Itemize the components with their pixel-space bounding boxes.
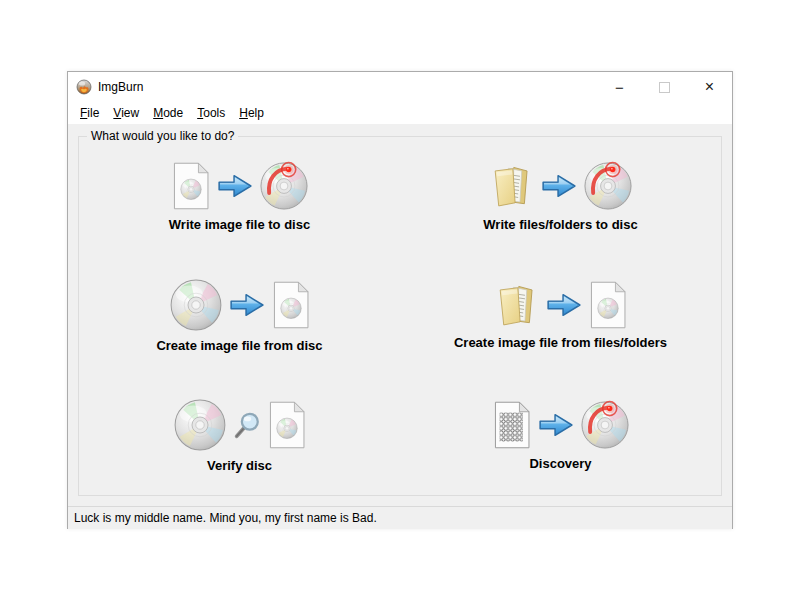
image-file-icon — [588, 281, 628, 329]
option-write-files-folders-to-disc[interactable]: Write files/folders to disc — [400, 137, 721, 256]
menu-bar: File View Mode Tools Help — [68, 102, 732, 124]
option-discovery[interactable]: Discovery — [400, 376, 721, 495]
menu-item-help[interactable]: Help — [232, 104, 271, 123]
disc-icon — [173, 398, 227, 452]
ezmode-groupbox: What would you like to do? Write image f… — [78, 136, 722, 496]
minimize-button[interactable]: − — [597, 72, 642, 102]
magnifier-icon — [232, 410, 262, 440]
close-button[interactable]: × — [687, 72, 732, 102]
image-file-icon — [171, 162, 211, 210]
menu-item-mode[interactable]: Mode — [146, 104, 190, 123]
image-file-icon — [271, 281, 311, 329]
option-label: Discovery — [529, 456, 591, 471]
status-text: Luck is my middle name. Mind you, my fir… — [74, 511, 377, 525]
arrow-right-icon — [540, 172, 578, 200]
menu-item-file[interactable]: File — [73, 104, 106, 123]
groupbox-label: What would you like to do? — [87, 129, 238, 143]
title-bar: ImgBurn − × — [68, 72, 732, 102]
maximize-icon — [659, 82, 670, 93]
status-bar: Luck is my middle name. Mind you, my fir… — [68, 506, 732, 529]
arrow-right-icon — [216, 172, 254, 200]
option-create-image-file-from-disc[interactable]: Create image file from disc — [79, 256, 400, 375]
folder-icon — [489, 163, 535, 209]
option-label: Write files/folders to disc — [483, 217, 637, 232]
option-label: Create image file from disc — [156, 338, 322, 353]
option-label: Verify disc — [207, 458, 272, 473]
disc-icon — [169, 278, 223, 332]
arrow-right-icon — [545, 291, 583, 319]
window-title: ImgBurn — [98, 80, 597, 94]
option-label: Create image file from files/folders — [454, 335, 667, 350]
option-create-image-file-from-files-folders[interactable]: Create image file from files/folders — [400, 256, 721, 375]
arrow-right-icon — [537, 411, 575, 439]
option-write-image-file-to-disc[interactable]: Write image file to disc — [79, 137, 400, 256]
menu-item-tools[interactable]: Tools — [190, 104, 232, 123]
ezmode-grid: Write image file to disc Write files/fol… — [79, 137, 721, 495]
client-area: What would you like to do? Write image f… — [68, 124, 732, 506]
maximize-button — [642, 72, 687, 102]
data-file-icon — [492, 401, 532, 449]
imgburn-window: ImgBurn − × File View Mode Tools Help Wh… — [67, 71, 733, 529]
arrow-right-icon — [228, 291, 266, 319]
burn-disc-icon — [259, 161, 309, 211]
burn-disc-icon — [580, 400, 630, 450]
option-label: Write image file to disc — [169, 217, 310, 232]
burn-disc-icon — [583, 161, 633, 211]
imgburn-logo-icon — [76, 79, 92, 95]
option-verify-disc[interactable]: Verify disc — [79, 376, 400, 495]
image-file-icon — [267, 401, 307, 449]
menu-item-view[interactable]: View — [106, 104, 146, 123]
folder-icon — [494, 282, 540, 328]
